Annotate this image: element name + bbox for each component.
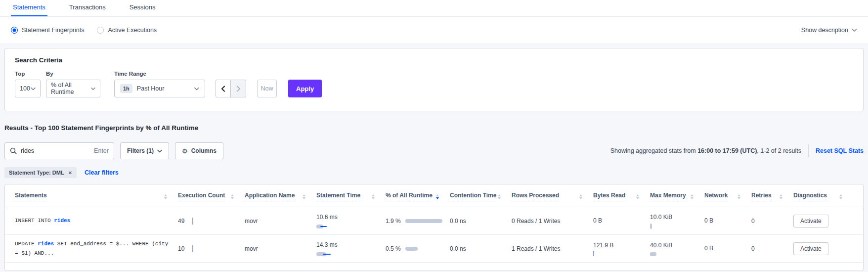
stats-suffix: , 1-2 of 2 results	[757, 147, 801, 154]
runtime-pct-value: 1.9 %	[386, 218, 401, 225]
max-memory-cell: 40.0 KiB	[650, 241, 704, 256]
sort-icon-active[interactable]	[436, 194, 439, 199]
sort-icon[interactable]	[231, 194, 234, 199]
filters-button[interactable]: Filters (1)	[120, 142, 169, 159]
time-range-next-button[interactable]	[231, 80, 246, 97]
sort-icon[interactable]	[839, 194, 842, 199]
column-header-max-memory[interactable]: Max Memory	[650, 192, 704, 201]
sort-icon[interactable]	[498, 194, 501, 199]
execution-count-cell: 10	[178, 245, 245, 252]
column-header-application-name[interactable]: Application Name	[245, 192, 316, 201]
time-range-badge: 1h	[120, 84, 132, 93]
stats-range: 16:00 to 17:59 (UTC)	[697, 147, 757, 154]
view-toggle-bar: Statement Fingerprints Active Executions…	[0, 17, 868, 44]
columns-button[interactable]: ⚙ Columns	[175, 142, 223, 159]
radio-active-executions[interactable]: Active Executions	[97, 27, 157, 34]
runtime-pct-cell: 1.9 %	[386, 218, 450, 225]
search-enter-hint[interactable]: Enter	[94, 147, 109, 154]
now-button[interactable]: Now	[257, 80, 277, 97]
sort-icon[interactable]	[738, 194, 740, 199]
statement-link[interactable]: rides	[54, 218, 70, 224]
radio-label: Active Executions	[108, 27, 157, 34]
tab-statements[interactable]: Statements	[11, 0, 47, 16]
column-header-runtime-pct[interactable]: % of All Runtime	[386, 192, 450, 201]
column-header-bytes-read[interactable]: Bytes Read	[593, 192, 650, 201]
statement-fingerprint: UPDATE rides SET end_address = $... WHER…	[15, 241, 168, 256]
application-name-cell: movr	[245, 218, 316, 225]
top-field: Top 100	[15, 71, 41, 97]
aggregated-stats-text: Showing aggregated stats from 16:00 to 1…	[610, 147, 801, 154]
statement-time-cell: 14.3 ms	[316, 240, 386, 257]
chevron-left-icon	[221, 86, 225, 92]
reset-sql-stats-link[interactable]: Reset SQL Stats	[816, 147, 864, 154]
execution-count-value: 10	[178, 245, 184, 252]
column-header-statement-time[interactable]: Statement Time	[316, 192, 386, 201]
search-box[interactable]: Enter	[4, 142, 114, 159]
column-header-contention-time[interactable]: Contention Time	[450, 192, 512, 201]
column-header-network[interactable]: Network	[704, 192, 751, 201]
search-criteria-title: Search Criteria	[15, 56, 853, 64]
by-select-value: % of All Runtime	[51, 82, 91, 95]
column-header-execution-count[interactable]: Execution Count	[178, 192, 245, 201]
statements-table: Statements Execution Count Application N…	[4, 184, 864, 271]
radio-selected-icon[interactable]	[11, 27, 18, 34]
radio-unselected-icon[interactable]	[97, 27, 104, 34]
vertical-divider	[808, 144, 809, 157]
statement-cell[interactable]: UPDATE rides SET end_address = $... WHER…	[15, 239, 178, 258]
time-range-value: Past Hour	[137, 85, 190, 92]
statement-cell[interactable]: INSERT INTO rides	[15, 216, 178, 226]
clear-filters-link[interactable]: Clear filters	[85, 169, 119, 176]
sort-icon[interactable]	[579, 194, 582, 199]
application-name-cell: movr	[245, 245, 316, 252]
time-range-select[interactable]: 1h Past Hour	[114, 80, 205, 97]
table-row: INSERT INTO rides 49 movr 10.6 ms 1.9 % …	[5, 207, 863, 235]
results-toolbar: Enter Filters (1) ⚙ Columns Showing aggr…	[4, 142, 864, 159]
time-range-field: Time Range 1h Past Hour	[114, 71, 205, 97]
statement-time-bar	[316, 224, 346, 229]
sort-icon[interactable]	[164, 194, 167, 199]
column-header-retries[interactable]: Retries	[751, 192, 793, 201]
column-header-diagnostics[interactable]: Diagnostics	[793, 192, 853, 201]
chevron-right-icon	[236, 86, 241, 92]
execution-count-cell: 49	[178, 218, 245, 225]
top-select-value: 100	[20, 85, 30, 92]
tab-sessions[interactable]: Sessions	[128, 0, 158, 16]
radio-statement-fingerprints[interactable]: Statement Fingerprints	[11, 27, 84, 34]
chevron-down-icon	[194, 87, 199, 91]
sort-icon[interactable]	[691, 194, 694, 199]
sort-icon[interactable]	[303, 194, 305, 199]
top-select[interactable]: 100	[15, 80, 41, 97]
filter-chip-statement-type[interactable]: Statement Type: DML ✕	[4, 167, 77, 178]
results-title: Results - Top 100 Statement Fingerprints…	[4, 124, 864, 132]
statement-time-cell: 10.6 ms	[316, 213, 386, 229]
time-range-arrows	[216, 80, 246, 97]
bytes-read-value: 0 B	[593, 216, 616, 226]
column-header-rows-processed[interactable]: Rows Processed	[512, 192, 593, 201]
max-memory-bar	[650, 224, 652, 229]
network-cell: 0 B	[704, 244, 751, 253]
network-cell: 0 B	[704, 216, 751, 226]
search-input[interactable]	[21, 147, 90, 154]
activate-diagnostics-button[interactable]: Activate	[793, 215, 828, 227]
sort-icon[interactable]	[372, 194, 375, 199]
gear-icon: ⚙	[182, 148, 188, 154]
activate-diagnostics-button[interactable]: Activate	[793, 242, 828, 255]
filter-chips-row: Statement Type: DML ✕ Clear filters	[4, 167, 864, 178]
show-description-toggle[interactable]: Show description	[801, 27, 857, 34]
contention-time-cell: 0.0 ns	[450, 218, 512, 225]
filter-chip-label: Statement Type: DML	[9, 170, 64, 176]
sort-icon[interactable]	[780, 194, 782, 199]
statement-link[interactable]: rides	[38, 241, 54, 247]
contention-time-cell: 0.0 ns	[450, 245, 512, 252]
close-icon[interactable]: ✕	[68, 170, 72, 176]
sort-icon[interactable]	[636, 194, 639, 199]
search-criteria-controls: Top 100 By % of All Runtime Time Range 1…	[15, 71, 853, 97]
statement-time-bar	[316, 252, 346, 257]
tab-transactions[interactable]: Transactions	[67, 0, 108, 16]
radio-label: Statement Fingerprints	[22, 27, 84, 34]
apply-button[interactable]: Apply	[288, 80, 322, 97]
time-range-prev-button[interactable]	[216, 80, 231, 97]
by-select[interactable]: % of All Runtime	[46, 80, 100, 97]
runtime-pct-value: 0.5 %	[386, 245, 401, 252]
column-header-statements[interactable]: Statements	[15, 192, 178, 201]
